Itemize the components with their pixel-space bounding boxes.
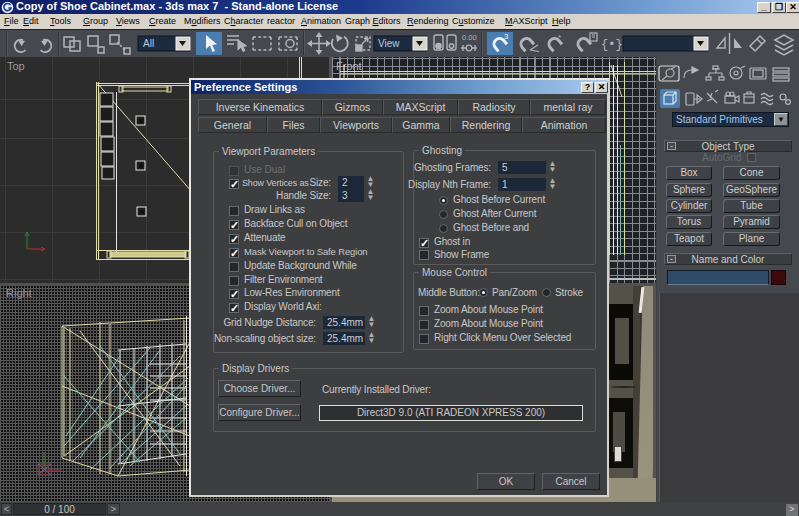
svg-text:3: 3	[504, 32, 509, 41]
svg-text:{•}: {•}	[601, 38, 623, 52]
svg-text:All: All	[143, 38, 154, 49]
svg-text:0.00: 0.00	[462, 33, 477, 42]
svg-text:*: *	[558, 33, 561, 42]
svg-text:View: View	[378, 38, 400, 49]
